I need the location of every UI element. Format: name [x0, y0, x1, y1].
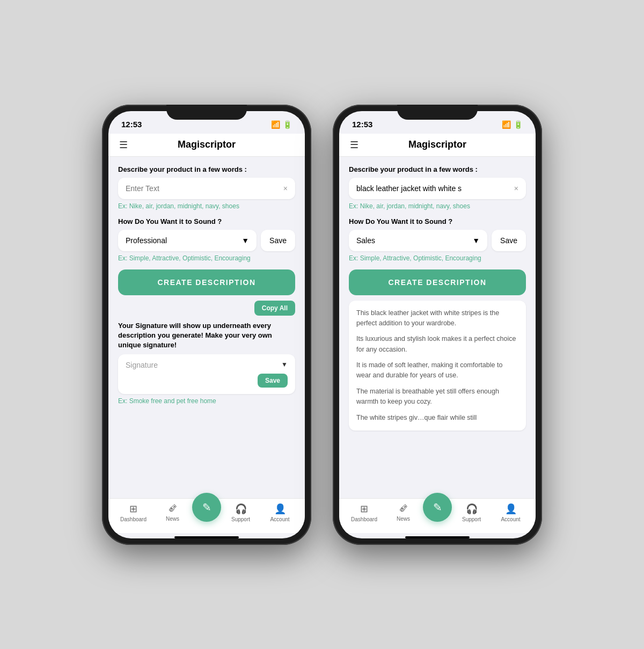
left-screen-content[interactable]: Describe your product in a few words : ×…	[108, 157, 305, 498]
tone-chevron-left: ▼	[241, 236, 249, 245]
nav-news-label-left: News	[166, 516, 179, 522]
bottom-nav-right: ⊞ Dashboard 🗞 News ✎ 🎧 Support 👤 Account	[339, 498, 536, 533]
right-phone: 12:53 📶 🔋 ☰ Magiscriptor Describe your p…	[333, 105, 542, 545]
fab-icon-right: ✎	[433, 501, 442, 514]
tone-select-left[interactable]: Professional ▼	[118, 230, 257, 251]
status-icons-left: 📶 🔋	[271, 120, 292, 129]
description-card-right: This black leather jacket with white str…	[349, 301, 526, 431]
right-phone-screen: 12:53 📶 🔋 ☰ Magiscriptor Describe your p…	[339, 111, 536, 538]
product-label-left: Describe your product in a few words :	[118, 165, 295, 173]
nav-news-left[interactable]: 🗞 News	[153, 503, 192, 522]
app-header-right: ☰ Magiscriptor	[339, 134, 536, 157]
desc-para-1: This black leather jacket with white str…	[356, 308, 518, 329]
nav-dashboard-right[interactable]: ⊞ Dashboard	[345, 503, 384, 522]
desc-para-4: The material is breathable yet still off…	[356, 387, 518, 407]
battery-icon-left: 🔋	[283, 120, 292, 129]
menu-icon-right[interactable]: ☰	[350, 139, 358, 151]
support-icon-left: 🎧	[235, 503, 247, 515]
fab-icon-left: ✎	[202, 501, 211, 514]
product-input-right[interactable]	[356, 184, 514, 193]
signature-label-left: Your Signature will show up underneath e…	[118, 321, 295, 351]
time-left: 12:53	[121, 120, 142, 129]
product-input-container-right[interactable]: ×	[349, 178, 526, 199]
news-icon-left: 🗞	[168, 503, 178, 514]
product-input-left[interactable]	[126, 184, 283, 193]
news-icon-right: 🗞	[399, 503, 408, 514]
left-phone: 12:53 📶 🔋 ☰ Magiscriptor Describe your p…	[102, 105, 311, 545]
signature-top-left: Signature ▼	[126, 361, 288, 369]
dashboard-icon-left: ⊞	[129, 503, 137, 515]
clear-icon-left[interactable]: ×	[283, 184, 288, 193]
notch-right	[397, 105, 478, 120]
right-screen-content[interactable]: Describe your product in a few words : ×…	[339, 157, 536, 498]
nav-support-right[interactable]: 🎧 Support	[452, 503, 491, 522]
status-icons-right: 📶 🔋	[502, 120, 523, 129]
nav-dashboard-label-left: Dashboard	[120, 516, 147, 522]
copy-all-btn-left[interactable]: Copy All	[254, 301, 295, 316]
product-helper-left: Ex: Nike, air, jordan, midnight, navy, s…	[118, 202, 295, 210]
tone-row-right: Sales ▼ Save	[349, 230, 526, 251]
product-helper-right: Ex: Nike, air, jordan, midnight, navy, s…	[349, 202, 526, 210]
nav-news-label-right: News	[397, 516, 410, 522]
tone-select-right[interactable]: Sales ▼	[349, 230, 487, 251]
time-right: 12:53	[352, 120, 372, 129]
battery-icon-right: 🔋	[514, 120, 523, 129]
signature-container-left[interactable]: Signature ▼ Save	[118, 354, 295, 394]
nav-account-label-right: Account	[501, 516, 520, 522]
bottom-nav-left: ⊞ Dashboard 🗞 News ✎ 🎧 Support 👤 Account	[108, 498, 305, 533]
tone-save-btn-left[interactable]: Save	[261, 230, 295, 251]
menu-icon-left[interactable]: ☰	[119, 139, 128, 151]
desc-para-2: Its luxurious and stylish look makes it …	[356, 334, 518, 355]
product-input-container-left[interactable]: ×	[118, 178, 295, 199]
home-indicator-left	[174, 536, 239, 538]
nav-account-right[interactable]: 👤 Account	[491, 503, 530, 522]
tone-helper-right: Ex: Simple, Attractive, Optimistic, Enco…	[349, 254, 526, 262]
nav-fab-left[interactable]: ✎	[192, 493, 221, 522]
signature-placeholder-left: Signature	[126, 361, 158, 369]
product-label-right: Describe your product in a few words :	[349, 165, 526, 173]
page-container: 12:53 📶 🔋 ☰ Magiscriptor Describe your p…	[80, 83, 564, 566]
support-icon-right: 🎧	[466, 503, 478, 515]
app-title-right: Magiscriptor	[408, 139, 466, 150]
tone-label-right: How Do You Want it to Sound ?	[349, 217, 526, 225]
copy-all-row-left: Copy All	[118, 301, 295, 316]
signature-chevron-left: ▼	[281, 361, 288, 368]
desc-para-3: It is made of soft leather, making it co…	[356, 360, 518, 381]
nav-news-right[interactable]: 🗞 News	[384, 503, 423, 522]
home-indicator-right	[405, 536, 470, 538]
dashboard-icon-right: ⊞	[360, 503, 368, 515]
signature-helper-left: Ex: Smoke free and pet free home	[118, 397, 295, 405]
tone-value-right: Sales	[356, 236, 375, 245]
app-title-left: Magiscriptor	[178, 139, 236, 150]
nav-account-label-left: Account	[270, 516, 289, 522]
tone-row-left: Professional ▼ Save	[118, 230, 295, 251]
nav-dashboard-label-right: Dashboard	[351, 516, 377, 522]
create-btn-left[interactable]: CREATE DESCRIPTION	[118, 269, 295, 295]
nav-support-label-right: Support	[462, 516, 481, 522]
tone-label-left: How Do You Want it to Sound ?	[118, 217, 295, 225]
tone-save-btn-right[interactable]: Save	[492, 230, 526, 251]
app-header-left: ☰ Magiscriptor	[108, 134, 305, 157]
account-icon-left: 👤	[274, 503, 286, 515]
nav-dashboard-left[interactable]: ⊞ Dashboard	[114, 503, 153, 522]
signature-save-btn-left[interactable]: Save	[258, 374, 288, 388]
notch-left	[166, 105, 247, 120]
desc-para-5: The white stripes giv…que flair while st…	[356, 413, 518, 423]
nav-support-left[interactable]: 🎧 Support	[221, 503, 260, 522]
create-btn-right[interactable]: CREATE DESCRIPTION	[349, 269, 526, 295]
nav-fab-right[interactable]: ✎	[423, 493, 452, 522]
wifi-icon-left: 📶	[271, 120, 280, 129]
nav-account-left[interactable]: 👤 Account	[260, 503, 299, 522]
account-icon-right: 👤	[505, 503, 517, 515]
tone-helper-left: Ex: Simple, Attractive, Optimistic, Enco…	[118, 254, 295, 262]
nav-support-label-left: Support	[231, 516, 250, 522]
tone-chevron-right: ▼	[472, 236, 480, 245]
left-phone-screen: 12:53 📶 🔋 ☰ Magiscriptor Describe your p…	[108, 111, 305, 538]
tone-value-left: Professional	[126, 236, 167, 245]
clear-icon-right[interactable]: ×	[514, 184, 518, 193]
wifi-icon-right: 📶	[502, 120, 511, 129]
